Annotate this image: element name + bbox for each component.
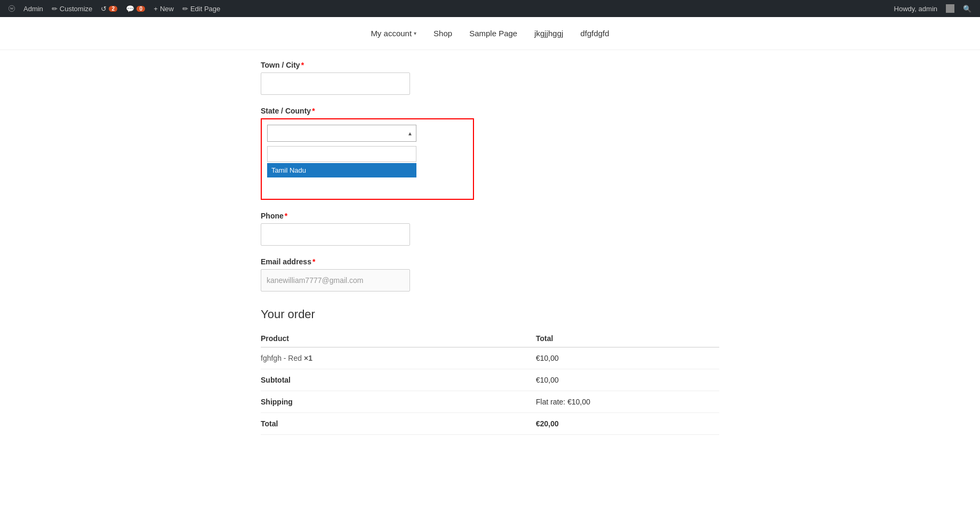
nav-label-jkgjjhggj: jkgjjhggj: [534, 29, 563, 38]
state-option-tamil-nadu[interactable]: Tamil Nadu: [267, 163, 416, 177]
revisions-menu-item[interactable]: ↺ 2: [97, 0, 122, 17]
customize-menu-item[interactable]: ✏ Customize: [47, 0, 97, 17]
total-value: €20,00: [536, 413, 719, 435]
your-order-section: Your order Product Total fghfgh - Red ×1…: [261, 307, 719, 435]
state-search-input[interactable]: [267, 146, 416, 162]
your-order-title: Your order: [261, 307, 719, 321]
state-county-label: State / County*: [261, 107, 719, 115]
nav-item-dfgfdgfd[interactable]: dfgfdgfd: [572, 25, 617, 42]
col-product-header: Product: [261, 330, 536, 347]
edit-page-label: Edit Page: [190, 5, 220, 13]
comments-icon: 💬: [126, 5, 134, 13]
nav-label-sample-page: Sample Page: [469, 29, 517, 38]
subtotal-label: Subtotal: [261, 369, 536, 391]
product-row: fghfgh - Red ×1 €10,00: [261, 347, 719, 369]
nav-item-my-account[interactable]: My account ▾: [362, 25, 425, 42]
town-city-label: Town / City*: [261, 61, 719, 69]
product-name-cell: fghfgh - Red ×1: [261, 347, 536, 369]
admin-bar: W Admin ✏ Customize ↺ 2 💬 0 + New ✏ Edit…: [0, 0, 980, 17]
customize-icon: ✏: [52, 5, 58, 13]
state-county-group: State / County* ▲ Tamil Nadu: [261, 107, 719, 200]
comments-menu-item[interactable]: 💬 0: [122, 0, 149, 17]
nav-item-jkgjjhggj[interactable]: jkgjjhggj: [526, 25, 572, 42]
admin-menu-item[interactable]: Admin: [19, 0, 47, 17]
product-name: fghfgh - Red: [261, 354, 302, 362]
shipping-label: Shipping: [261, 391, 536, 413]
total-row: Total €20,00: [261, 413, 719, 435]
revisions-icon: ↺: [101, 5, 107, 13]
subtotal-row: Subtotal €10,00: [261, 369, 719, 391]
revisions-count: 2: [109, 6, 117, 12]
new-label: New: [160, 5, 174, 13]
wp-logo[interactable]: W: [4, 0, 19, 17]
required-star-state: *: [312, 107, 315, 115]
total-label: Total: [261, 413, 536, 435]
site-navigation: My account ▾ Shop Sample Page jkgjjhggj …: [0, 17, 980, 50]
nav-label-dfgfdgfd: dfgfdgfd: [580, 29, 609, 38]
avatar: [946, 4, 954, 13]
town-city-group: Town / City*: [261, 61, 719, 95]
state-option-empty: [267, 179, 416, 193]
state-dropdown-container: ▲ Tamil Nadu: [261, 118, 474, 200]
nav-item-sample-page[interactable]: Sample Page: [461, 25, 526, 42]
nav-label-my-account: My account: [371, 29, 412, 38]
subtotal-value: €10,00: [536, 369, 719, 391]
email-group: Email address*: [261, 257, 719, 292]
comments-count: 0: [136, 6, 145, 12]
email-label: Email address*: [261, 257, 719, 266]
col-total-header: Total: [536, 330, 719, 347]
phone-label: Phone*: [261, 212, 719, 220]
admin-label: Admin: [23, 5, 43, 13]
required-star-town: *: [301, 61, 304, 69]
new-menu-item[interactable]: + New: [149, 0, 178, 17]
shipping-value: Flat rate: €10,00: [536, 391, 719, 413]
phone-input[interactable]: [261, 223, 410, 246]
nav-item-shop[interactable]: Shop: [425, 25, 461, 42]
required-star-phone: *: [285, 212, 287, 220]
nav-label-shop: Shop: [433, 29, 452, 38]
chevron-up-icon: ▲: [407, 131, 413, 136]
shipping-row: Shipping Flat rate: €10,00: [261, 391, 719, 413]
edit-icon: ✏: [182, 5, 188, 13]
email-input[interactable]: [261, 269, 410, 292]
chevron-down-icon: ▾: [414, 30, 416, 36]
edit-page-menu-item[interactable]: ✏ Edit Page: [178, 0, 224, 17]
phone-group: Phone*: [261, 212, 719, 246]
new-icon: +: [154, 5, 158, 13]
product-total-cell: €10,00: [536, 347, 719, 369]
customize-label: Customize: [60, 5, 92, 13]
svg-text:W: W: [10, 6, 14, 11]
required-star-email: *: [312, 257, 315, 266]
product-qty: ×1: [304, 354, 312, 362]
town-city-input[interactable]: [261, 72, 410, 95]
order-table: Product Total fghfgh - Red ×1 €10,00 Sub…: [261, 330, 719, 435]
main-content: Town / City* State / County* ▲ Tamil Nad…: [250, 50, 730, 456]
state-select-box[interactable]: ▲: [267, 125, 416, 142]
admin-search-icon[interactable]: 🔍: [959, 5, 976, 13]
howdy-text: Howdy, admin: [890, 5, 942, 13]
